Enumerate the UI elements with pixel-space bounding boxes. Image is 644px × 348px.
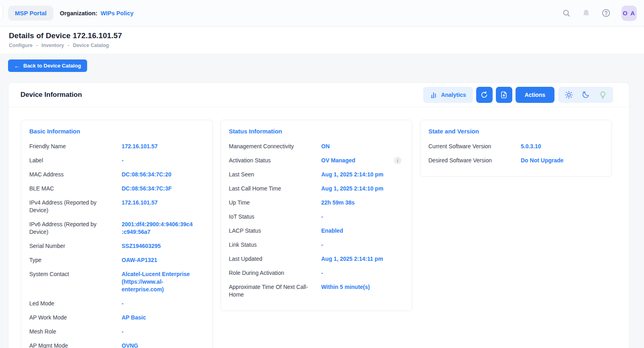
info-row: Role During Activation- [229, 269, 404, 277]
info-tooltip-icon[interactable]: i [394, 157, 401, 164]
info-label: Link Status [229, 241, 321, 249]
info-label: Mesh Role [29, 328, 122, 336]
info-row: AP Mgmt ModeOVNG [29, 342, 204, 348]
breadcrumb-separator: - [67, 43, 69, 48]
user-avatar[interactable]: O A [622, 6, 637, 21]
info-value: Aug 1, 2025 2:14:10 pm [321, 185, 404, 192]
basic-information-card: Basic InformationFriendly Name172.16.101… [21, 120, 213, 348]
refresh-icon [480, 91, 488, 99]
info-label: Desired Software Version [428, 157, 521, 164]
info-label: System Contact [29, 270, 122, 278]
info-label: Last Updated [229, 255, 321, 263]
sun-icon[interactable] [565, 90, 573, 99]
page-header: Details of Device 172.16.101.57 Configur… [0, 27, 644, 53]
info-row: Management ConnectivityON [229, 143, 404, 150]
info-row: Last Call Home TimeAug 1, 2025 2:14:10 p… [229, 185, 404, 192]
info-row: Label- [29, 157, 204, 164]
info-row: Activation StatusOV Managedi [229, 157, 404, 164]
download-icon [500, 91, 508, 99]
organization-label: Organization: [60, 10, 97, 16]
moon-icon[interactable] [581, 90, 590, 99]
info-value: - [321, 213, 404, 221]
info-value: Within 5 minute(s) [321, 283, 404, 291]
info-value: 5.0.3.10 [521, 143, 603, 150]
info-value: OV Managed [321, 157, 404, 164]
info-row: Link Status- [229, 241, 404, 249]
breadcrumb-item-inventory[interactable]: Inventory [41, 43, 64, 48]
info-row: IoT Status- [229, 213, 404, 221]
info-row: Approximate Time Of Next Call-HomeWithin… [229, 283, 404, 299]
info-row: IPv6 Address (Reported by Device)2001:df… [29, 221, 204, 236]
info-label: IPv6 Address (Reported by Device) [29, 221, 122, 236]
info-label: Label [29, 157, 122, 164]
info-label: LACP Status [229, 227, 321, 235]
info-label: Current Software Version [428, 143, 521, 150]
info-label: Friendly Name [29, 143, 122, 150]
content-area: ← Back to Device Catalog Device Informat… [0, 53, 644, 348]
info-row: MAC AddressDC:08:56:34:7C:20 [29, 171, 204, 178]
refresh-button[interactable] [476, 87, 493, 103]
actions-button[interactable]: Actions [516, 87, 554, 103]
analytics-label: Analytics [441, 92, 466, 98]
info-label: BLE MAC [29, 185, 122, 192]
analytics-button[interactable]: Analytics [423, 87, 473, 103]
info-label: Led Mode [29, 300, 122, 307]
info-label: AP Mgmt Mode [29, 342, 122, 348]
device-information-header: Device Information Analytics [8, 83, 629, 107]
page-title: Details of Device 172.16.101.57 [9, 31, 634, 40]
info-row: Serial NumberSSZ194603295 [29, 242, 204, 250]
info-value: - [122, 328, 204, 336]
sidebar-edge-handle[interactable] [0, 4, 3, 20]
info-value: OAW-AP1321 [122, 256, 204, 264]
back-button-label: Back to Device Catalog [23, 63, 81, 69]
organization-value-link[interactable]: WIPs Policy [100, 10, 133, 16]
info-label: Approximate Time Of Next Call-Home [229, 283, 321, 299]
bulb-icon[interactable] [598, 90, 607, 99]
info-value: 172.16.101.57 [122, 199, 204, 207]
info-label: Last Call Home Time [229, 185, 321, 192]
bar-chart-icon [430, 91, 437, 98]
breadcrumb-item-device-catalog[interactable]: Device Catalog [73, 43, 109, 48]
msp-portal-button[interactable]: MSP Portal [8, 6, 53, 20]
info-row: TypeOAW-AP1321 [29, 256, 204, 264]
info-label: Last Seen [229, 171, 321, 178]
bell-icon[interactable] [582, 9, 591, 18]
back-to-device-catalog-button[interactable]: ← Back to Device Catalog [8, 59, 87, 72]
info-label: MAC Address [29, 171, 122, 178]
info-label: Type [29, 256, 122, 264]
breadcrumb: Configure - Inventory - Device Catalog [9, 43, 634, 48]
info-value: OVNG [122, 342, 204, 348]
info-label: Up Time [229, 199, 321, 207]
info-row: Led Mode- [29, 300, 204, 307]
actions-label: Actions [525, 92, 545, 98]
info-value: 2001:df4:2900:4:9406:39c4:c949:56a7 [122, 221, 204, 236]
info-cards-container: Basic InformationFriendly Name172.16.101… [8, 107, 629, 348]
info-value: SSZ194603295 [122, 242, 204, 250]
status-information-card: Status InformationManagement Connectivit… [220, 120, 412, 311]
info-row: Friendly Name172.16.101.57 [29, 143, 204, 150]
search-icon[interactable] [562, 9, 571, 18]
info-row: Last SeenAug 1, 2025 2:14:10 pm [229, 171, 404, 178]
info-value: AP Basic [122, 314, 204, 321]
info-row: AP Work ModeAP Basic [29, 314, 204, 321]
info-label: Management Connectivity [229, 143, 321, 150]
info-row: Mesh Role- [29, 328, 204, 336]
info-value: - [321, 269, 404, 277]
info-row: Desired Software VersionDo Not Upgrade [428, 157, 603, 164]
info-label: Serial Number [29, 242, 122, 250]
info-value: 172.16.101.57 [122, 143, 204, 150]
state-and-version-card: State and VersionCurrent Software Versio… [420, 120, 612, 177]
info-row: BLE MACDC:08:56:34:7C:3F [29, 185, 204, 192]
topbar: MSP Portal Organization: WIPs Policy O A [0, 0, 644, 27]
info-label: IPv4 Address (Reported by Device) [29, 199, 122, 214]
info-value: Do Not Upgrade [521, 157, 603, 164]
breadcrumb-item-configure[interactable]: Configure [9, 43, 33, 48]
info-value: DC:08:56:34:7C:3F [122, 185, 204, 192]
back-arrow-icon: ← [14, 63, 20, 69]
state-and-version-title: State and Version [428, 128, 603, 135]
info-value: 22h 59m 38s [321, 199, 404, 207]
download-button[interactable] [496, 87, 512, 103]
info-row: LACP StatusEnabled [229, 227, 404, 235]
info-label: Activation Status [229, 157, 321, 164]
help-icon[interactable] [601, 8, 611, 18]
